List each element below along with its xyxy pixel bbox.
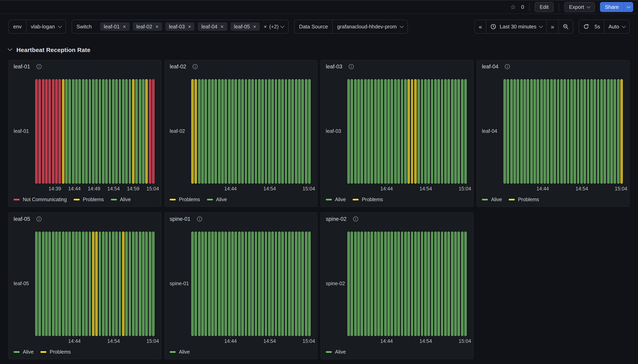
info-icon[interactable] xyxy=(36,216,42,222)
edit-button[interactable]: Edit xyxy=(535,2,553,12)
x-axis-ticks xyxy=(347,336,467,338)
share-button[interactable]: Share xyxy=(600,2,623,12)
legend-item-alive[interactable]: Alive xyxy=(326,197,346,202)
legend-item-problems[interactable]: Problems xyxy=(74,197,104,202)
info-icon[interactable] xyxy=(197,216,203,222)
panel-title[interactable]: leaf-01 xyxy=(14,64,30,70)
state-bar-alive xyxy=(136,232,138,336)
switch-filter-chip[interactable]: leaf-03× xyxy=(165,22,195,31)
export-button[interactable]: Export xyxy=(564,2,595,12)
info-icon[interactable] xyxy=(36,64,42,70)
y-axis-label: leaf-03 xyxy=(326,128,341,134)
remove-chip-icon[interactable]: × xyxy=(253,24,256,29)
state-bar-alive xyxy=(451,79,453,184)
switch-filter-chip[interactable]: leaf-04× xyxy=(198,22,227,31)
remove-chip-icon[interactable]: × xyxy=(188,24,191,29)
state-timeline-plot[interactable] xyxy=(347,232,467,336)
state-bar-alive xyxy=(288,232,291,336)
panel-title[interactable]: leaf-02 xyxy=(170,64,186,70)
star-icon[interactable]: ☆ xyxy=(510,4,516,10)
state-bar-alive xyxy=(387,232,390,336)
info-icon[interactable] xyxy=(348,64,354,70)
export-button-label: Export xyxy=(569,4,584,10)
share-menu-button[interactable] xyxy=(623,2,633,12)
legend-item-alive[interactable]: Alive xyxy=(482,197,502,202)
switch-filter-more[interactable]: × (+2) xyxy=(264,20,288,33)
legend-label: Not Communicating xyxy=(23,197,67,202)
state-bar-alive xyxy=(547,79,549,184)
datasource-picker: Data Source grafanacloud-hhdev-prom xyxy=(294,20,408,34)
state-timeline-plot[interactable] xyxy=(191,232,311,336)
switch-filter-chip[interactable]: leaf-02× xyxy=(133,22,162,31)
legend-label: Alive xyxy=(179,349,190,355)
state-timeline-plot[interactable] xyxy=(35,232,155,336)
info-icon[interactable] xyxy=(504,64,510,70)
panel-title[interactable]: spine-02 xyxy=(326,216,347,222)
y-axis-label: leaf-05 xyxy=(14,281,29,286)
time-range-picker[interactable]: Last 30 minutes xyxy=(486,20,546,33)
refresh-button[interactable]: 5s xyxy=(579,20,604,33)
legend-item-problems[interactable]: Problems xyxy=(170,197,200,202)
clear-all-icon[interactable]: × xyxy=(264,24,267,30)
legend-item-problems[interactable]: Problems xyxy=(353,197,383,202)
state-bar-alive xyxy=(119,232,121,336)
state-bar-alive xyxy=(361,79,363,184)
time-shift-back-button[interactable]: « xyxy=(475,20,486,33)
state-bar-alive xyxy=(421,232,423,336)
state-bar-alive xyxy=(438,232,440,336)
switch-filter-chip[interactable]: leaf-01× xyxy=(100,22,130,31)
panel-header: leaf-01 xyxy=(9,60,161,73)
panel-title[interactable]: leaf-04 xyxy=(482,64,498,70)
row-section-header[interactable]: Heartbeat Reception Rate xyxy=(9,46,629,53)
state-bar-alive xyxy=(617,79,619,184)
state-timeline-plot[interactable] xyxy=(191,79,311,184)
chip-label: leaf-03 xyxy=(169,24,185,30)
remove-chip-icon[interactable]: × xyxy=(156,24,159,29)
panel-title[interactable]: leaf-05 xyxy=(14,216,30,222)
state-timeline-plot[interactable] xyxy=(35,79,155,184)
legend-item-alive[interactable]: Alive xyxy=(207,197,227,202)
legend-item-problems[interactable]: Problems xyxy=(41,349,71,355)
env-variable-selected: vlab-logan xyxy=(31,24,55,30)
state-bar-alive xyxy=(417,232,420,336)
panel-title[interactable]: leaf-03 xyxy=(326,64,342,70)
state-bar-alive xyxy=(347,79,350,184)
legend-color-pill xyxy=(170,351,176,353)
info-icon[interactable] xyxy=(353,216,359,222)
switch-filter-chip[interactable]: leaf-05× xyxy=(230,22,260,31)
state-bar-alive xyxy=(580,79,583,184)
remove-chip-icon[interactable]: × xyxy=(221,24,224,29)
env-variable-value[interactable]: vlab-logan xyxy=(26,20,66,33)
legend-item-alive[interactable]: Alive xyxy=(14,349,34,355)
remove-chip-icon[interactable]: × xyxy=(123,24,126,29)
x-axis-ticks xyxy=(347,184,467,186)
panel-title[interactable]: spine-01 xyxy=(170,216,191,222)
panel-header: leaf-04 xyxy=(477,60,629,73)
state-timeline-plot[interactable] xyxy=(347,79,467,184)
state-bar-alive xyxy=(268,79,271,184)
state-bar-alive xyxy=(42,232,44,336)
legend-item-notcomm[interactable]: Not Communicating xyxy=(14,197,67,202)
legend-item-problems[interactable]: Problems xyxy=(509,197,539,202)
state-bar-alive xyxy=(444,232,447,336)
state-bar-alive xyxy=(72,79,75,184)
time-shift-forward-button[interactable]: » xyxy=(546,20,558,33)
state-bar-alive xyxy=(364,79,366,184)
state-bar-alive xyxy=(377,232,380,336)
legend-item-alive[interactable]: Alive xyxy=(326,349,346,355)
datasource-value[interactable]: grafanacloud-hhdev-prom xyxy=(332,20,408,33)
legend-color-pill xyxy=(482,199,488,200)
info-icon[interactable] xyxy=(192,64,198,70)
state-bar-alive xyxy=(557,79,559,184)
legend-label: Alive xyxy=(23,349,34,355)
state-bar-alive xyxy=(401,79,403,184)
legend-item-alive[interactable]: Alive xyxy=(170,349,190,355)
dashboard-panel: spine-01 spine-01 14:4414:5415:04 Alive xyxy=(165,212,317,359)
x-axis-labels: 14:3914:4414:4914:5414:5915:04 xyxy=(35,186,155,192)
refresh-interval-picker[interactable]: Auto xyxy=(604,20,629,33)
state-timeline-plot[interactable] xyxy=(503,79,623,184)
state-bar-alive xyxy=(282,79,284,184)
state-bar-alive xyxy=(205,232,207,336)
zoom-out-button[interactable] xyxy=(558,20,572,33)
legend-item-alive[interactable]: Alive xyxy=(111,197,131,202)
